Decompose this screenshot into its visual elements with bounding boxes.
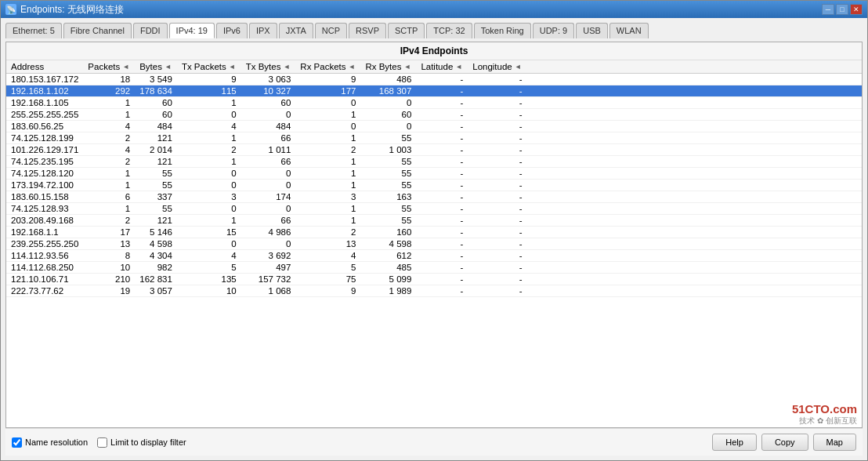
col-header-packets[interactable]: Packets◄ — [83, 60, 135, 74]
col-header-rx-bytes[interactable]: Rx Bytes◄ — [360, 60, 416, 74]
cell: - — [416, 203, 468, 215]
table-row[interactable]: 192.168.1.1175 146154 9862160-- — [6, 227, 862, 238]
cell: - — [416, 156, 468, 168]
maximize-button[interactable]: □ — [836, 4, 848, 15]
table-row[interactable]: 74.125.235.1952121166155-- — [6, 156, 862, 168]
table-row[interactable]: 121.10.106.71210162 831135157 732755 099… — [6, 274, 862, 285]
cell: - — [416, 215, 468, 227]
window-icon: 📡 — [5, 4, 16, 15]
tab-ipv4--19[interactable]: IPv4: 19 — [169, 23, 215, 38]
tab-jxta[interactable]: JXTA — [279, 23, 313, 38]
table-row[interactable]: 114.112.68.2501098254975485-- — [6, 262, 862, 274]
col-header-longitude[interactable]: Longitude◄ — [468, 60, 526, 74]
cell: 2 — [83, 132, 135, 144]
cell: 121 — [135, 215, 177, 227]
cell: 55 — [135, 203, 177, 215]
cell: 121 — [135, 156, 177, 168]
cell: 0 — [241, 238, 296, 250]
minimize-button[interactable]: ─ — [822, 4, 834, 15]
col-header-latitude[interactable]: Latitude◄ — [416, 60, 468, 74]
panel-title: IPv4 Endpoints — [6, 42, 862, 60]
cell: 101.226.129.171 — [6, 144, 83, 156]
table-row[interactable]: 74.125.128.12015500155-- — [6, 168, 862, 180]
cell: 18 — [83, 74, 135, 85]
cell: 1 — [177, 215, 241, 227]
cell: 60 — [241, 97, 296, 109]
tab-token-ring[interactable]: Token Ring — [474, 23, 531, 38]
table-row[interactable]: 180.153.167.172183 54993 0639486-- — [6, 74, 862, 85]
tab-ncp[interactable]: NCP — [315, 23, 347, 38]
main-panel: IPv4 Endpoints AddressPackets◄Bytes◄Tx P… — [5, 42, 863, 428]
col-header-tx-bytes[interactable]: Tx Bytes◄ — [241, 60, 296, 74]
table-row[interactable]: 183.60.15.158633731743163-- — [6, 191, 862, 203]
table-row[interactable]: 239.255.255.250134 59800134 598-- — [6, 238, 862, 250]
cell-extra — [527, 132, 862, 144]
tab-ethernet--5[interactable]: Ethernet: 5 — [5, 23, 62, 38]
col-header-bytes[interactable]: Bytes◄ — [135, 60, 177, 74]
cell: - — [468, 274, 526, 285]
limit-filter-checkbox-label[interactable]: Limit to display filter — [97, 437, 186, 448]
tab-rsvp[interactable]: RSVP — [349, 23, 386, 38]
map-button[interactable]: Map — [813, 434, 856, 451]
main-window: 📡 Endpoints: 无线网络连接 ─ □ ✕ Ethernet: 5Fib… — [0, 0, 868, 461]
table-row[interactable]: 74.125.128.9315500155-- — [6, 203, 862, 215]
cell: 157 732 — [241, 274, 296, 285]
cell: 0 — [241, 203, 296, 215]
tab-usb[interactable]: USB — [576, 23, 608, 38]
content-area: Ethernet: 5Fibre ChannelFDDIIPv4: 19IPv6… — [1, 18, 867, 460]
tab-sctp[interactable]: SCTP — [388, 23, 425, 38]
cell: - — [468, 227, 526, 238]
close-button[interactable]: ✕ — [850, 4, 863, 15]
cell: 55 — [360, 203, 416, 215]
cell: 1 003 — [360, 144, 416, 156]
table-row[interactable]: 255.255.255.25516000160-- — [6, 109, 862, 121]
col-header-address[interactable]: Address — [6, 60, 83, 74]
tab-ipx[interactable]: IPX — [249, 23, 277, 38]
watermark-line1: 51CTO.com — [792, 402, 857, 416]
cell: 2 — [83, 156, 135, 168]
name-resolution-checkbox-label[interactable]: Name resolution — [12, 437, 88, 448]
help-button[interactable]: Help — [712, 434, 757, 451]
col-header-rx-packets[interactable]: Rx Packets◄ — [295, 60, 360, 74]
table-row[interactable]: 74.125.128.1992121166155-- — [6, 132, 862, 144]
table-row[interactable]: 114.112.93.5684 30443 6924612-- — [6, 250, 862, 262]
table-row[interactable]: 173.194.72.10015500155-- — [6, 180, 862, 191]
cell: 255.255.255.255 — [6, 109, 83, 121]
table-row[interactable]: 222.73.77.62193 057101 06891 989-- — [6, 285, 862, 297]
tab-tcp--32[interactable]: TCP: 32 — [426, 23, 472, 38]
cell: - — [468, 85, 526, 97]
table-row[interactable]: 203.208.49.1682121166155-- — [6, 215, 862, 227]
table-row[interactable]: 183.60.56.254484448400-- — [6, 121, 862, 132]
name-resolution-checkbox[interactable] — [12, 437, 22, 448]
tab-fibre-channel[interactable]: Fibre Channel — [63, 23, 132, 38]
tab-fddi[interactable]: FDDI — [133, 23, 168, 38]
col-header-tx-packets[interactable]: Tx Packets◄ — [177, 60, 241, 74]
cell: - — [416, 274, 468, 285]
tab-wlan[interactable]: WLAN — [609, 23, 649, 38]
tab-ipv6[interactable]: IPv6 — [216, 23, 248, 38]
cell: 177 — [295, 85, 360, 97]
cell: 484 — [135, 121, 177, 132]
copy-button[interactable]: Copy — [761, 434, 808, 451]
cell-extra — [527, 74, 862, 85]
cell: 486 — [360, 74, 416, 85]
cell: - — [468, 168, 526, 180]
limit-filter-checkbox[interactable] — [97, 437, 107, 448]
table-container[interactable]: AddressPackets◄Bytes◄Tx Packets◄Tx Bytes… — [6, 60, 862, 427]
cell: 183.60.56.25 — [6, 121, 83, 132]
table-row[interactable]: 192.168.1.10516016000-- — [6, 97, 862, 109]
cell: 1 — [83, 97, 135, 109]
cell: 4 304 — [135, 250, 177, 262]
cell-extra — [527, 109, 862, 121]
cell: 15 — [177, 227, 241, 238]
table-row[interactable]: 101.226.129.17142 01421 01121 003-- — [6, 144, 862, 156]
tab-udp--9[interactable]: UDP: 9 — [533, 23, 574, 38]
cell: 3 — [295, 191, 360, 203]
cell: 485 — [360, 262, 416, 274]
cell: 55 — [360, 156, 416, 168]
cell: 1 989 — [360, 285, 416, 297]
table-row[interactable]: 192.168.1.102292178 63411510 327177168 3… — [6, 85, 862, 97]
cell: 5 099 — [360, 274, 416, 285]
cell: 121 — [135, 132, 177, 144]
cell: 0 — [360, 97, 416, 109]
